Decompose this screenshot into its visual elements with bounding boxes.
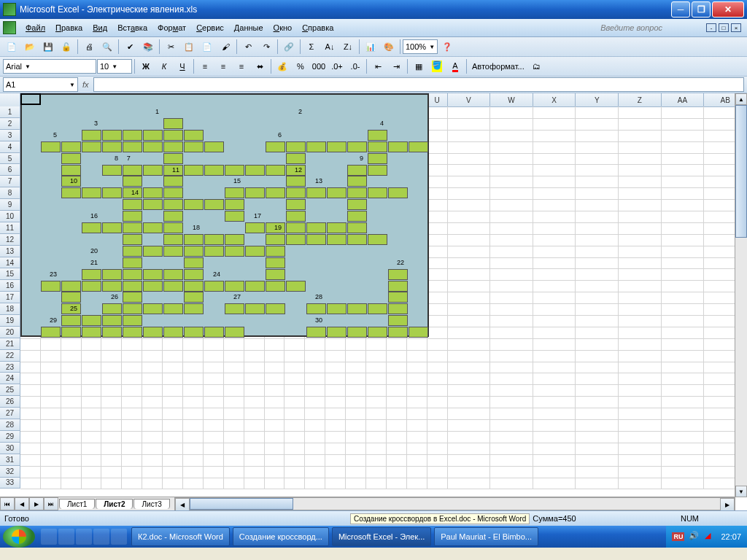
cell[interactable] — [61, 362, 82, 374]
crossword-cell[interactable] — [245, 303, 265, 314]
cell[interactable] — [224, 466, 244, 478]
sort-asc-button[interactable]: A↓ — [321, 38, 338, 55]
cell[interactable] — [662, 338, 705, 351]
cell[interactable] — [101, 373, 122, 385]
percent-button[interactable]: % — [292, 58, 309, 75]
crossword-cell[interactable] — [184, 246, 204, 257]
crossword-cell[interactable] — [225, 199, 244, 210]
cell[interactable] — [619, 153, 662, 166]
scroll-up-button[interactable]: ▲ — [735, 93, 747, 105]
cell[interactable] — [122, 373, 142, 385]
crossword-cell[interactable] — [143, 130, 163, 141]
cell[interactable] — [662, 292, 705, 304]
cell[interactable] — [244, 362, 265, 374]
cell[interactable] — [533, 315, 576, 327]
cell[interactable] — [163, 431, 183, 443]
cell[interactable] — [662, 199, 705, 211]
cell[interactable] — [122, 419, 142, 432]
cell[interactable] — [662, 408, 705, 420]
app-icon[interactable] — [3, 21, 16, 34]
cell[interactable] — [183, 396, 204, 408]
crossword-cell[interactable] — [163, 327, 183, 338]
cell[interactable] — [41, 443, 61, 455]
spreadsheet-grid[interactable]: ABCDEFGHIJKLMNOPQRSTUVWXYZAAAB 123456789… — [0, 93, 747, 510]
cell[interactable] — [407, 408, 427, 420]
cell[interactable] — [427, 211, 448, 223]
cell[interactable] — [427, 443, 448, 455]
autosum-button[interactable]: Σ — [303, 38, 320, 55]
cell[interactable] — [490, 246, 533, 258]
cell[interactable] — [346, 454, 366, 467]
crossword-cell[interactable] — [266, 269, 285, 280]
cell[interactable] — [325, 443, 346, 455]
cell[interactable] — [163, 350, 183, 362]
cell[interactable] — [265, 362, 285, 374]
cell[interactable] — [427, 280, 448, 292]
crossword-cell[interactable] — [163, 303, 183, 314]
cell[interactable] — [305, 478, 325, 490]
cell[interactable] — [490, 268, 533, 281]
cell[interactable] — [224, 443, 244, 455]
crossword-cell[interactable] — [388, 315, 408, 326]
cell[interactable] — [224, 454, 244, 467]
cell[interactable] — [427, 478, 448, 490]
row-header[interactable]: 18 — [0, 303, 20, 315]
cell[interactable] — [448, 350, 491, 362]
cell[interactable] — [387, 431, 407, 443]
cell[interactable] — [576, 187, 619, 200]
cell[interactable] — [576, 338, 619, 351]
cell[interactable] — [533, 362, 576, 374]
crossword-cell[interactable] — [163, 153, 183, 164]
cell[interactable] — [576, 478, 619, 490]
cell[interactable] — [20, 454, 41, 467]
cell[interactable] — [183, 408, 204, 420]
cell[interactable] — [427, 454, 448, 467]
cell[interactable] — [427, 362, 448, 374]
crossword-cell[interactable] — [286, 199, 306, 210]
crossword-cell[interactable] — [82, 222, 101, 233]
cell[interactable] — [533, 454, 576, 467]
cell[interactable] — [619, 141, 662, 154]
row-header[interactable]: 3 — [0, 130, 20, 141]
crossword-cell[interactable] — [368, 130, 387, 141]
crossword-cell[interactable] — [409, 327, 428, 338]
crossword-cell[interactable] — [123, 269, 142, 280]
col-header[interactable]: X — [533, 93, 576, 107]
cell[interactable] — [163, 466, 183, 478]
cell[interactable] — [366, 408, 387, 420]
row-header[interactable]: 14 — [0, 257, 20, 269]
cell[interactable] — [533, 187, 576, 200]
cell[interactable] — [163, 408, 183, 420]
align-center-button[interactable]: ≡ — [214, 58, 232, 75]
cell[interactable] — [619, 234, 662, 246]
minimize-button[interactable]: ─ — [671, 1, 690, 18]
cell[interactable] — [183, 338, 204, 351]
cell[interactable] — [20, 373, 41, 385]
cell[interactable] — [265, 478, 285, 490]
crossword-cell[interactable] — [286, 281, 306, 292]
row-header[interactable]: 22 — [0, 350, 20, 362]
cell[interactable] — [619, 384, 662, 397]
cell[interactable] — [619, 303, 662, 316]
open-button[interactable]: 📂 — [21, 38, 39, 55]
research-button[interactable]: 📚 — [139, 38, 157, 55]
crossword-cell[interactable] — [327, 234, 347, 245]
cell[interactable] — [244, 384, 265, 397]
cell[interactable] — [366, 478, 387, 490]
crossword-cell[interactable] — [286, 153, 306, 164]
cell[interactable] — [142, 338, 163, 351]
cell[interactable] — [427, 315, 448, 327]
cell[interactable] — [387, 443, 407, 455]
cell[interactable] — [82, 338, 102, 351]
crossword-cell[interactable] — [327, 303, 347, 314]
cell[interactable] — [366, 431, 387, 443]
cell[interactable] — [448, 153, 491, 166]
cell[interactable] — [41, 431, 61, 443]
cell[interactable] — [490, 164, 533, 176]
cell[interactable] — [407, 454, 427, 467]
cell[interactable] — [265, 454, 285, 467]
cell[interactable] — [101, 396, 122, 408]
cell[interactable] — [662, 466, 705, 478]
cell[interactable] — [285, 408, 305, 420]
cell[interactable] — [448, 234, 491, 246]
